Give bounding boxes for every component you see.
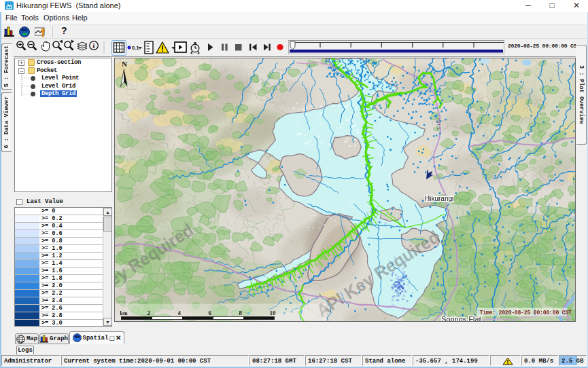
svg-text:N: N	[122, 60, 127, 68]
svg-text:Springs Flat: Springs Flat	[441, 315, 481, 322]
svg-text:km: km	[120, 310, 128, 316]
svg-text:8: 8	[239, 310, 243, 316]
svg-text:4: 4	[178, 310, 181, 316]
svg-text:6: 6	[209, 310, 212, 316]
svg-text:2: 2	[148, 310, 151, 316]
svg-text:Time: 2020-08-25 00:00:00 CST: Time: 2020-08-25 00:00:00 CST	[480, 310, 572, 316]
svg-text:10: 10	[270, 310, 277, 316]
svg-text:Hikurangi: Hikurangi	[425, 195, 453, 202]
svg-text:0.1: 0.1	[132, 45, 139, 51]
svg-text:i: i	[93, 42, 95, 50]
